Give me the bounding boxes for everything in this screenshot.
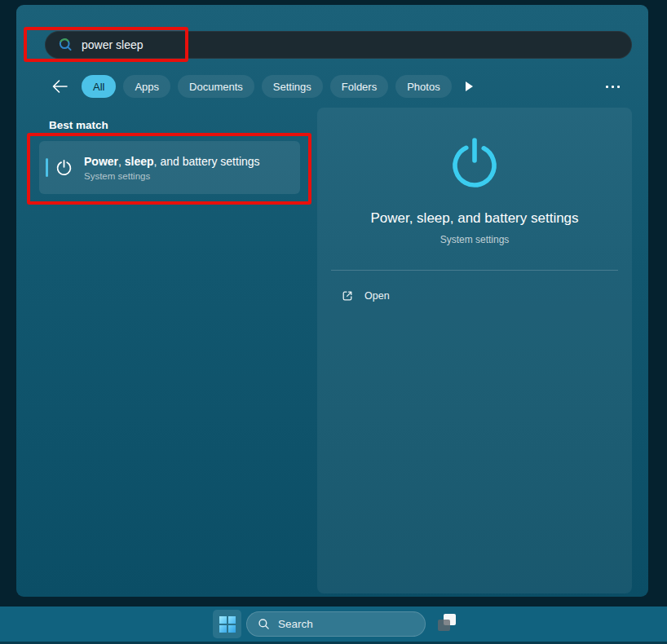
search-query-text: power sleep: [82, 38, 144, 51]
tabs-overflow-icon[interactable]: [466, 82, 473, 91]
power-icon-large: [448, 137, 501, 189]
search-filter-tabs: All Apps Documents Settings Folders Phot…: [16, 73, 648, 100]
taskbar-search-button[interactable]: Search: [246, 611, 426, 637]
windows-logo-icon: [219, 616, 236, 633]
best-match-heading: Best match: [49, 119, 108, 131]
taskbar: Search: [0, 607, 667, 642]
tab-photos[interactable]: Photos: [395, 75, 451, 98]
start-button[interactable]: [213, 610, 241, 638]
selection-accent-bar: [46, 158, 48, 177]
taskbar-search-label: Search: [278, 618, 313, 630]
result-subtitle: System settings: [84, 171, 260, 181]
preview-panel: Power, sleep, and battery settings Syste…: [317, 108, 632, 593]
external-link-icon: [341, 289, 354, 302]
more-options-button[interactable]: [603, 81, 623, 93]
search-icon: [258, 618, 270, 630]
search-icon: [58, 37, 73, 52]
preview-divider: [331, 270, 618, 271]
result-title: Power, sleep, and battery settings: [84, 155, 260, 168]
tab-documents[interactable]: Documents: [178, 75, 254, 98]
search-input[interactable]: power sleep: [45, 31, 632, 59]
windows-search-screen: { "search_flyout": { "search_box": { "qu…: [0, 0, 667, 644]
tab-apps[interactable]: Apps: [123, 75, 170, 98]
power-icon: [55, 158, 73, 177]
back-button[interactable]: [50, 77, 69, 96]
search-flyout-panel: power sleep All Apps Documents Settings …: [16, 5, 648, 597]
tab-all[interactable]: All: [82, 75, 116, 98]
preview-title: Power, sleep, and battery settings: [370, 210, 578, 227]
preview-subtitle: System settings: [440, 234, 510, 245]
result-text: Power, sleep, and battery settings Syste…: [84, 154, 260, 181]
open-label: Open: [364, 290, 390, 302]
tab-settings[interactable]: Settings: [262, 75, 323, 98]
best-match-result[interactable]: Power, sleep, and battery settings Syste…: [39, 141, 300, 194]
open-action[interactable]: Open: [317, 284, 632, 308]
task-view-button[interactable]: [436, 612, 461, 636]
tab-folders[interactable]: Folders: [330, 75, 388, 98]
